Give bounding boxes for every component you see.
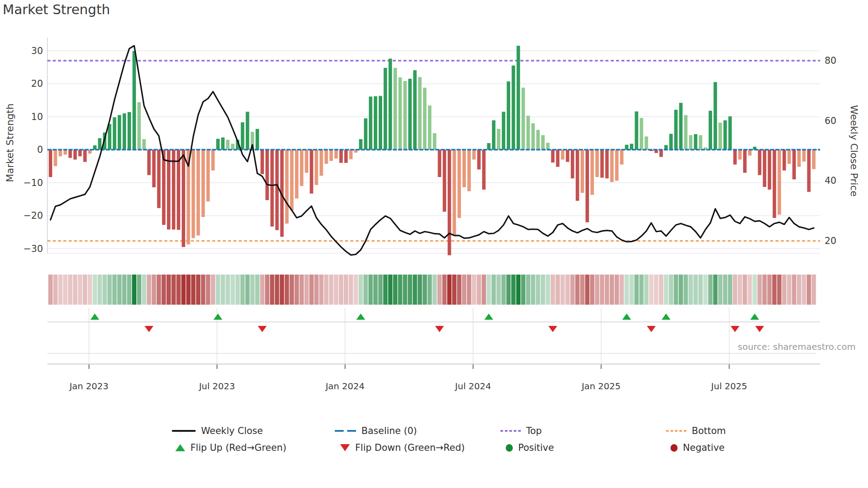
heatmap-cell bbox=[713, 275, 717, 305]
heatmap-cell bbox=[413, 275, 417, 305]
heatmap-cell bbox=[196, 275, 201, 305]
strength-bar bbox=[428, 105, 431, 150]
heatmap-cell bbox=[349, 275, 353, 305]
strength-bar bbox=[334, 150, 338, 159]
heatmap-cell bbox=[181, 275, 186, 305]
strength-bar bbox=[325, 150, 328, 164]
heatmap-cell bbox=[83, 275, 87, 305]
strength-bar bbox=[256, 129, 259, 150]
heatmap-cell bbox=[807, 275, 811, 305]
dotted-line-swatch bbox=[666, 430, 686, 432]
heatmap-cell bbox=[112, 275, 117, 305]
x-tick-label: Jul 2024 bbox=[454, 381, 491, 391]
heatmap-cell bbox=[442, 275, 447, 305]
heatmap-cell bbox=[555, 275, 560, 305]
strength-bar bbox=[733, 150, 737, 165]
heatmap-cell bbox=[620, 275, 624, 305]
heatmap-cell bbox=[216, 275, 220, 305]
strength-bar bbox=[388, 58, 392, 150]
strength-bar bbox=[694, 134, 698, 150]
x-tick-label: Jan 2023 bbox=[69, 381, 108, 391]
strength-bar bbox=[132, 51, 136, 150]
heatmap-cell bbox=[334, 275, 338, 305]
strength-bar bbox=[748, 150, 752, 155]
strength-bar bbox=[300, 150, 303, 186]
heatmap-cell bbox=[108, 275, 112, 305]
strength-bar bbox=[571, 150, 574, 178]
flip-down-marker bbox=[731, 326, 740, 332]
heatmap-cell bbox=[122, 275, 127, 305]
strength-bar bbox=[551, 150, 554, 163]
strength-bar bbox=[566, 150, 570, 162]
x-tick-label: Jan 2025 bbox=[581, 381, 620, 391]
heatmap-cell bbox=[782, 275, 787, 305]
strength-bar bbox=[679, 103, 682, 150]
heatmap-cell bbox=[117, 275, 122, 305]
strength-bar bbox=[674, 110, 678, 150]
heatmap-cell bbox=[373, 275, 378, 305]
heatmap-cell bbox=[492, 275, 496, 305]
heatmap-cell bbox=[526, 275, 531, 305]
strength-bar bbox=[709, 111, 712, 150]
heatmap-cell bbox=[176, 275, 181, 305]
heatmap-cell bbox=[748, 275, 752, 305]
dotted-line-swatch bbox=[500, 430, 521, 432]
strength-bar bbox=[640, 118, 643, 150]
strength-bar bbox=[216, 139, 220, 150]
heatmap-cell bbox=[314, 275, 319, 305]
strength-bar bbox=[645, 136, 648, 150]
strength-bar bbox=[585, 150, 589, 222]
strength-bar bbox=[620, 150, 624, 165]
strength-bar bbox=[787, 150, 791, 164]
y-left-tick-label: 0 bbox=[37, 144, 43, 155]
strength-bar bbox=[718, 123, 722, 150]
y-axis-label-right: Weekly Close Price bbox=[849, 85, 860, 217]
heatmap-cell bbox=[580, 275, 585, 305]
strength-bar bbox=[246, 112, 249, 150]
strength-bar bbox=[241, 122, 244, 150]
heatmap-cell bbox=[167, 275, 171, 305]
heatmap-cell bbox=[487, 275, 491, 305]
heatmap-cell bbox=[708, 275, 713, 305]
strength-bar bbox=[684, 115, 688, 150]
x-tick-label: Jan 2024 bbox=[325, 381, 364, 391]
strength-bar bbox=[162, 150, 166, 225]
heatmap-cell bbox=[398, 275, 403, 305]
strength-bar bbox=[601, 150, 604, 178]
strength-bar bbox=[453, 150, 456, 236]
y-right-tick-label: 80 bbox=[825, 55, 837, 66]
strength-bar bbox=[728, 116, 732, 150]
heatmap-cell bbox=[787, 275, 791, 305]
y-left-tick-label: 20 bbox=[31, 78, 43, 89]
y-left-tick-label: 10 bbox=[31, 112, 43, 122]
heatmap-cell bbox=[427, 275, 432, 305]
y-right-tick-label: 60 bbox=[825, 116, 837, 126]
heatmap-cell bbox=[634, 275, 639, 305]
heatmap-cell bbox=[88, 275, 92, 305]
strength-bar bbox=[197, 150, 200, 236]
heatmap-cell bbox=[467, 275, 471, 305]
heatmap-cell bbox=[63, 275, 67, 305]
legend-item-bottom: Bottom bbox=[666, 426, 726, 436]
strength-bar bbox=[541, 135, 545, 150]
strength-bar bbox=[329, 150, 333, 161]
flip-down-marker bbox=[548, 326, 557, 332]
heatmap-cell bbox=[368, 275, 373, 305]
strength-bar bbox=[271, 150, 274, 227]
flip-up-marker bbox=[622, 314, 631, 320]
market-strength-page: Market Strength Market Strength Weekly C… bbox=[0, 0, 868, 488]
heatmap-cell bbox=[280, 275, 284, 305]
legend-label: Bottom bbox=[692, 426, 726, 436]
strength-bar bbox=[58, 150, 62, 156]
heatmap-cell bbox=[570, 275, 575, 305]
strength-bar bbox=[305, 150, 308, 173]
heatmap-cell bbox=[422, 275, 427, 305]
heatmap-cell bbox=[763, 275, 767, 305]
heatmap-cell bbox=[610, 275, 614, 305]
strength-bar bbox=[320, 150, 323, 176]
strength-bar bbox=[433, 133, 436, 150]
heatmap-cell bbox=[290, 275, 294, 305]
heatmap-cell bbox=[561, 275, 565, 305]
strength-bar bbox=[202, 150, 205, 217]
strength-bar bbox=[182, 150, 185, 247]
